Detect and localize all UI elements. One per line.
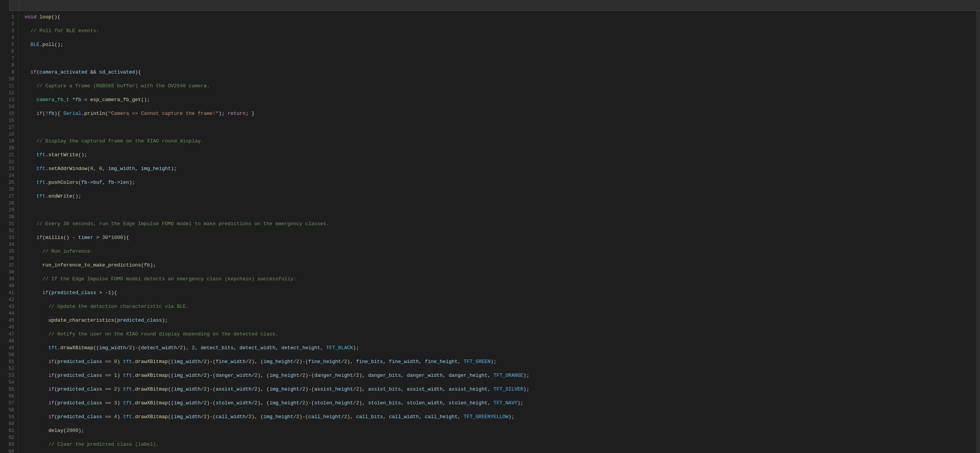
code-line-17: if(millis() - timer > 30*1000){ [24, 234, 976, 241]
code-line-11: tft.startWrite(); [24, 152, 976, 159]
editor-area: 1234567891011121314151617181920212223242… [0, 11, 980, 453]
code-line-20: // If the Edge Impulse FOMO model detect… [24, 276, 976, 283]
code-line-27: if(predicted_class == 1) tft.drawXBitmap… [24, 372, 976, 379]
code-line-3: BLE.poll(); [24, 41, 976, 48]
code-line-10: // Display the captured frame on the XIA… [24, 138, 976, 145]
code-line-31: delay(2000); [24, 427, 976, 434]
code-line-4 [24, 55, 976, 62]
code-line-8: if(!fb){ Serial.println("Camera => Canno… [24, 110, 976, 117]
code-line-7: camera_fb_t *fb = esp_camera_fb_get(); [24, 96, 976, 103]
code-line-30: if(predicted_class == 4) tft.drawXBitmap… [24, 414, 976, 420]
code-line-5: if(camera_activated && sd_activated){ [24, 69, 976, 76]
code-line-23: update_characteristics(predicted_class); [24, 317, 976, 324]
code-line-26: if(predicted_class == 0) tft.drawXBitmap… [24, 358, 976, 365]
scrollbar[interactable] [976, 11, 980, 453]
code-line-12: tft.setAddrWindow(0, 0, img_width, img_h… [24, 165, 976, 172]
code-line-21: if(predicted_class > -1){ [24, 289, 976, 296]
code-line-9 [24, 124, 976, 131]
code-line-18: // Run inference. [24, 248, 976, 255]
code-line-22: // Update the detection characteristic v… [24, 303, 976, 310]
code-line-16: // Every 30 seconds, run the Edge Impuls… [24, 221, 976, 227]
code-line-15 [24, 207, 976, 214]
line-numbers: 1234567891011121314151617181920212223242… [0, 11, 18, 453]
code-line-24: // Notify the user on the XIAO round dis… [24, 331, 976, 338]
tab-bar [0, 0, 980, 11]
code-line-25: tft.drawXBitmap((img_width/2)-(detect_wi… [24, 345, 976, 352]
code-line-28: if(predicted_class == 2) tft.drawXBitmap… [24, 386, 976, 393]
tab-logo[interactable] [10, 0, 19, 11]
code-line-32: // Clear the predicted class (label). [24, 441, 976, 448]
code-line-6: // Capture a frame (RGB565 buffer) with … [24, 83, 976, 90]
code-line-19: run_inference_to_make_predictions(fb); [24, 262, 976, 269]
code-line-13: tft.pushColors(fb->buf, fb->len); [24, 179, 976, 186]
code-content[interactable]: void loop(){ // Poll for BLE events: BLE… [18, 11, 976, 453]
code-line-14: tft.endWrite(); [24, 193, 976, 200]
code-line-2: // Poll for BLE events: [24, 28, 976, 34]
tab-main[interactable] [0, 0, 10, 11]
code-line-29: if(predicted_class == 3) tft.drawXBitmap… [24, 400, 976, 407]
code-line-1: void loop(){ [24, 14, 976, 21]
